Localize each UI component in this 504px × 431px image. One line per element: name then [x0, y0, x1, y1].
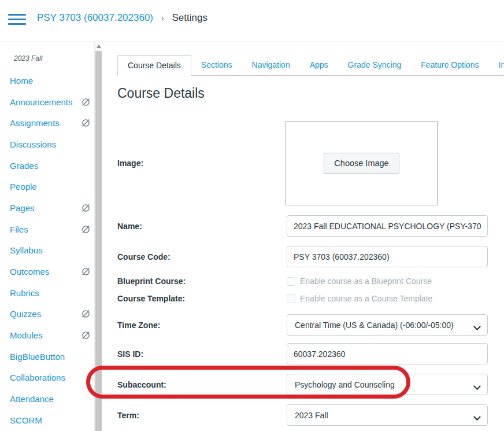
eye-slash-icon	[81, 330, 91, 340]
triangle-up-icon[interactable]	[95, 42, 102, 50]
breadcrumb-course-link[interactable]: PSY 3703 (60037.202360)	[37, 12, 153, 23]
sidebar-item-attendance[interactable]: Attendance	[0, 388, 94, 410]
sidebar-item-label: SCORM	[10, 415, 42, 425]
image-control: Choose Image	[287, 121, 438, 205]
form-row-time-zone: Time Zone:Central Time (US & Canada) (-0…	[117, 314, 504, 336]
term-select[interactable]: 2023 Fall	[287, 404, 488, 426]
sidebar-item-outcomes[interactable]: Outcomes	[0, 261, 94, 282]
chevron-down-icon	[473, 413, 481, 423]
vertical-scrollbar[interactable]	[94, 42, 102, 431]
course-code-control	[287, 246, 488, 267]
sidebar-item-bigbluebutton[interactable]: BigBlueButton	[0, 346, 94, 367]
sidebar-item-grades[interactable]: Grades	[0, 155, 94, 176]
name-label: Name:	[117, 222, 287, 231]
page-title: Course Details	[117, 84, 504, 102]
sidebar-item-label: Collaborations	[10, 373, 65, 382]
sidebar-item-files[interactable]: Files	[0, 219, 94, 240]
course-template-control: Enable course as a Course Template	[287, 294, 432, 303]
eye-slash-icon	[81, 309, 91, 319]
scrollbar-thumb[interactable]	[95, 51, 102, 431]
sis-id-input[interactable]	[287, 343, 488, 364]
sidebar-item-label: People	[10, 182, 37, 191]
breadcrumb-current: Settings	[172, 12, 207, 23]
tab-grade-syncing[interactable]: Grade Syncing	[338, 55, 412, 75]
time-zone-label: Time Zone:	[117, 321, 287, 330]
sidebar-item-label: Quizzes	[10, 309, 41, 319]
blueprint-course-checkbox[interactable]	[287, 277, 295, 286]
course-code-label: Course Code:	[117, 252, 287, 261]
sidebar-item-collaborations[interactable]: Collaborations	[0, 367, 94, 389]
form-row-sis-id: SIS ID:	[117, 343, 504, 364]
sidebar-item-home[interactable]: Home	[0, 70, 94, 91]
sidebar-item-label: BigBlueButton	[10, 352, 65, 362]
form-row-course-code: Course Code:	[117, 246, 504, 267]
tab-sections[interactable]: Sections	[191, 55, 242, 75]
form-row-blueprint-course: Blueprint Course:Enable course as a Blue…	[117, 275, 504, 287]
chevron-down-icon	[473, 323, 481, 333]
course-template-checkbox[interactable]	[287, 294, 295, 303]
form-row-image: Image:Choose Image	[117, 121, 504, 205]
time-zone-selected-value: Central Time (US & Canada) (-06:00/-05:0…	[295, 321, 454, 330]
course-template-checkbox-label: Enable course as a Course Template	[300, 294, 432, 303]
course-code-input[interactable]	[287, 246, 488, 267]
course-image-box: Choose Image	[286, 121, 438, 205]
sis-id-label: SIS ID:	[117, 349, 287, 359]
term-label: 2023 Fall	[14, 54, 94, 62]
eye-slash-icon	[81, 224, 91, 234]
breadcrumb-separator: ›	[161, 13, 164, 23]
sidebar-item-people[interactable]: People	[0, 176, 94, 197]
hamburger-menu-icon[interactable]	[8, 14, 26, 27]
name-input[interactable]	[287, 215, 488, 237]
tab-navigation[interactable]: Navigation	[242, 55, 300, 75]
sidebar-item-syllabus[interactable]: Syllabus	[0, 240, 94, 261]
term-selected-value: 2023 Fall	[295, 411, 328, 420]
sidebar-item-label: Pages	[10, 203, 35, 213]
eye-slash-icon	[81, 267, 91, 277]
form-row-name: Name:	[117, 215, 504, 237]
image-label: Image:	[117, 159, 287, 168]
sidebar-item-quizzes[interactable]: Quizzes	[0, 304, 94, 325]
sidebar-item-pages[interactable]: Pages	[0, 197, 94, 219]
choose-image-button[interactable]: Choose Image	[324, 153, 399, 174]
sidebar-item-label: Outcomes	[10, 267, 49, 277]
subaccount-selected-value: Psychology and Counseling	[295, 380, 395, 389]
chevron-down-icon	[473, 382, 481, 393]
course-sidebar: 2023 Fall HomeAnnouncementsAssignmentsDi…	[0, 42, 94, 431]
term-label: Term:	[117, 411, 287, 420]
eye-slash-icon	[81, 118, 91, 128]
form-row-course-template: Course Template:Enable course as a Cours…	[117, 293, 504, 304]
sidebar-item-label: Announcements	[10, 97, 72, 107]
form-row-term: Term:2023 Fall	[117, 404, 504, 426]
sidebar-item-label: Home	[10, 76, 33, 86]
tab-feature-options[interactable]: Feature Options	[411, 55, 488, 75]
sidebar-item-scorm[interactable]: SCORM	[0, 410, 94, 431]
sidebar-item-label: Grades	[10, 161, 38, 171]
top-header: PSY 3703 (60037.202360) › Settings	[0, 0, 504, 42]
sidebar-item-label: Files	[10, 224, 28, 234]
subaccount-select[interactable]: Psychology and Counseling	[287, 374, 488, 395]
sidebar-item-announcements[interactable]: Announcements	[0, 91, 94, 113]
sidebar-item-rubrics[interactable]: Rubrics	[0, 282, 94, 304]
sidebar-item-label: Rubrics	[10, 288, 39, 298]
blueprint-course-control: Enable course as a Blueprint Course	[287, 277, 432, 286]
sidebar-item-discussions[interactable]: Discussions	[0, 134, 94, 155]
sidebar-item-label: Assignments	[10, 118, 60, 128]
sidebar-item-modules[interactable]: Modules	[0, 325, 94, 346]
course-template-label: Course Template:	[117, 294, 287, 303]
term-control: 2023 Fall	[287, 404, 488, 426]
form-row-subaccount: Subaccount:Psychology and Counseling	[117, 374, 504, 395]
tab-integrations[interactable]: Integrations	[489, 55, 504, 75]
eye-slash-icon	[81, 97, 91, 107]
sidebar-item-assignments[interactable]: Assignments	[0, 112, 94, 134]
settings-tab-bar: Course DetailsSectionsNavigationAppsGrad…	[117, 55, 504, 76]
name-control	[287, 215, 488, 237]
tab-course-details[interactable]: Course Details	[117, 55, 191, 76]
sidebar-item-label: Discussions	[10, 139, 56, 149]
sidebar-item-label: Syllabus	[10, 245, 43, 255]
course-details-form: Image:Choose ImageName:Course Code:Bluep…	[117, 121, 504, 426]
tab-apps[interactable]: Apps	[300, 55, 338, 75]
sidebar-item-label: Attendance	[10, 394, 54, 404]
time-zone-control: Central Time (US & Canada) (-06:00/-05:0…	[287, 314, 488, 336]
time-zone-select[interactable]: Central Time (US & Canada) (-06:00/-05:0…	[287, 314, 488, 336]
subaccount-label: Subaccount:	[117, 380, 287, 389]
